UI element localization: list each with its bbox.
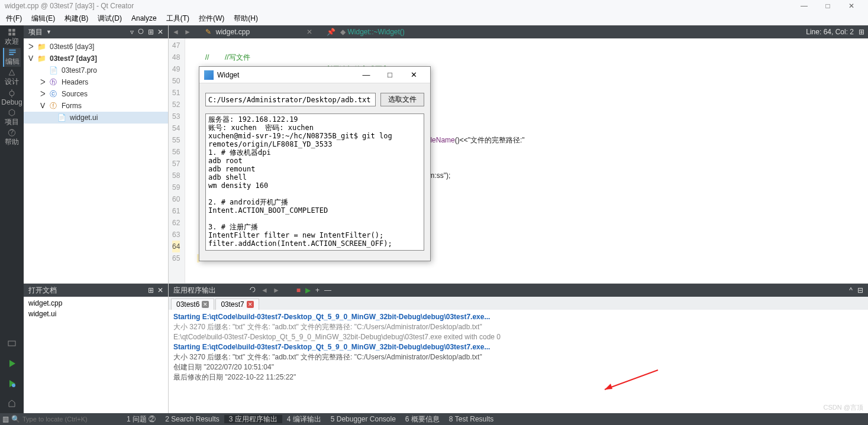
close-pane-icon[interactable]: ✕ bbox=[157, 28, 163, 36]
dialog-title-bar[interactable]: Widget — □ ✕ bbox=[199, 67, 430, 83]
choose-file-button[interactable]: 选取文件 bbox=[380, 93, 424, 106]
stop-icon[interactable]: ■ bbox=[296, 286, 301, 294]
menu-bar: 件(F) 编辑(E) 构建(B) 调试(D) Analyze 工具(T) 控件(… bbox=[0, 12, 868, 25]
rerun-icon[interactable] bbox=[249, 286, 256, 295]
svg-rect-6 bbox=[9, 54, 14, 55]
forms-folder-icon: ⓕ bbox=[49, 101, 58, 111]
mode-debug[interactable]: Debug bbox=[3, 88, 21, 107]
debug-run-button[interactable] bbox=[3, 374, 21, 393]
menu-debug[interactable]: 调试(D) bbox=[94, 12, 125, 25]
split-icon[interactable]: ⊞ bbox=[148, 286, 154, 294]
close-tab-icon[interactable]: ✕ bbox=[306, 28, 312, 36]
status-item[interactable]: 2 Search Results bbox=[160, 415, 224, 423]
menu-build[interactable]: 构建(B) bbox=[61, 12, 92, 25]
window-close-button[interactable]: ✕ bbox=[840, 2, 863, 10]
dialog-minimize-button[interactable]: — bbox=[354, 70, 378, 79]
status-bar: ▥ 🔍 1 问题 ②2 Search Results3 应用程序输出4 编译输出… bbox=[0, 413, 868, 425]
build-button[interactable] bbox=[3, 394, 21, 413]
menu-edit[interactable]: 编辑(E) bbox=[28, 12, 59, 25]
dialog-close-button[interactable]: ✕ bbox=[402, 70, 425, 79]
tree-forms[interactable]: ᐯⓕForms bbox=[24, 100, 168, 112]
open-documents-list[interactable]: widget.cpp widget.ui bbox=[24, 297, 168, 413]
status-item[interactable]: 8 Test Results bbox=[444, 415, 498, 423]
mode-help[interactable]: ?帮助 bbox=[3, 128, 21, 147]
window-maximize-button[interactable]: □ bbox=[816, 2, 840, 10]
output-body[interactable]: Starting E:\qtCode\build-03test7-Desktop… bbox=[169, 310, 868, 413]
output-tabs: 03test6✕ 03test7✕ bbox=[169, 297, 868, 310]
tree-widget-ui[interactable]: 📄widget.ui bbox=[24, 112, 168, 124]
expand-icon[interactable]: ^ bbox=[849, 286, 853, 294]
menu-help[interactable]: 帮助(H) bbox=[230, 12, 262, 25]
file-path-input[interactable] bbox=[205, 93, 376, 106]
editor-tab[interactable]: widget.cpp bbox=[216, 28, 250, 36]
tree-pro-file[interactable]: 📄03test7.pro bbox=[24, 64, 168, 76]
mode-selector: 欢迎 编辑 设计 Debug 项目 ?帮助 bbox=[0, 25, 24, 413]
svg-rect-0 bbox=[8, 29, 11, 32]
locator-input[interactable] bbox=[22, 416, 105, 423]
run-icon[interactable]: ▶ bbox=[305, 286, 311, 294]
status-item[interactable]: 5 Debugger Console bbox=[326, 415, 401, 423]
status-item[interactable]: 1 问题 ② bbox=[122, 415, 160, 423]
widget-dialog[interactable]: Widget — □ ✕ 选取文件 bbox=[199, 66, 431, 261]
svg-rect-12 bbox=[8, 341, 15, 346]
menu-analyze[interactable]: Analyze bbox=[128, 13, 160, 24]
tree-headers[interactable]: ᐳⓗHeaders bbox=[24, 76, 168, 88]
window-minimize-button[interactable]: — bbox=[792, 2, 816, 10]
svg-rect-2 bbox=[8, 33, 11, 35]
svg-rect-4 bbox=[9, 50, 15, 51]
project-pane-title: 项目 bbox=[28, 27, 43, 37]
mode-edit[interactable]: 编辑 bbox=[3, 48, 21, 67]
close-pane-icon[interactable]: ✕ bbox=[157, 286, 163, 294]
watermark: CSDN @言顶 bbox=[824, 403, 863, 412]
menu-tools[interactable]: 工具(T) bbox=[163, 12, 193, 25]
menu-widgets[interactable]: 控件(W) bbox=[195, 12, 228, 25]
output-tab-03test6[interactable]: 03test6✕ bbox=[171, 299, 214, 310]
h-folder-icon: ⓗ bbox=[49, 77, 58, 87]
remove-icon[interactable]: — bbox=[324, 286, 331, 294]
close-icon[interactable]: ✕ bbox=[202, 301, 209, 308]
collapse-icon[interactable]: ⊟ bbox=[857, 286, 863, 294]
mode-welcome[interactable]: 欢迎 bbox=[3, 28, 21, 47]
file-content-textarea[interactable] bbox=[205, 113, 424, 251]
window-title: widget.cpp @ 03test7 [day3] - Qt Creator bbox=[5, 2, 134, 10]
open-doc-item[interactable]: widget.ui bbox=[26, 309, 166, 319]
split-icon[interactable]: ⊞ bbox=[148, 28, 154, 36]
project-tree[interactable]: ᐳ📁03test6 [day3] ᐯ📁03test7 [day3] 📄03tes… bbox=[24, 38, 168, 283]
open-doc-item[interactable]: widget.cpp bbox=[26, 298, 166, 309]
svg-rect-1 bbox=[12, 29, 15, 32]
edit-icon[interactable]: ✎ bbox=[205, 28, 211, 36]
window-title-bar: widget.cpp @ 03test7 [day3] - Qt Creator… bbox=[0, 0, 868, 12]
output-tab-03test7[interactable]: 03test7✕ bbox=[215, 299, 259, 310]
dialog-maximize-button[interactable]: □ bbox=[378, 70, 402, 79]
status-item[interactable]: 6 概要信息 bbox=[401, 415, 444, 423]
nav-fwd-icon[interactable]: ► bbox=[184, 28, 191, 36]
mode-projects[interactable]: 项目 bbox=[3, 108, 21, 127]
svg-rect-5 bbox=[9, 52, 15, 53]
cpp-folder-icon: ⓒ bbox=[49, 89, 58, 99]
sync-icon[interactable] bbox=[137, 28, 144, 37]
status-item[interactable]: 4 编译输出 bbox=[282, 415, 326, 423]
mode-design[interactable]: 设计 bbox=[3, 68, 21, 87]
side-panel-icon[interactable]: ▥ bbox=[2, 415, 9, 423]
tree-project-03test6[interactable]: ᐳ📁03test6 [day3] bbox=[24, 41, 168, 53]
search-icon: 🔍 bbox=[11, 415, 20, 423]
run-button[interactable] bbox=[3, 354, 21, 373]
close-icon[interactable]: ✕ bbox=[247, 301, 254, 308]
svg-point-7 bbox=[9, 91, 14, 96]
split-editor-icon[interactable]: ⊞ bbox=[859, 28, 864, 36]
pin-icon[interactable]: 📌 bbox=[327, 28, 335, 36]
add-icon[interactable]: + bbox=[315, 286, 320, 294]
breadcrumb[interactable]: ◆ Widget::~Widget() bbox=[340, 28, 405, 36]
output-pane-header: 应用程序输出 ◄ ► ■ ▶ + — ^ ⊟ bbox=[169, 284, 868, 297]
line-number-gutter: 47484950515253545556575859606162636465 bbox=[169, 38, 185, 283]
menu-file[interactable]: 件(F) bbox=[2, 12, 25, 25]
kit-selector[interactable] bbox=[3, 334, 21, 353]
tree-sources[interactable]: ᐳⓒSources bbox=[24, 88, 168, 100]
nav-back-icon[interactable]: ◄ bbox=[172, 28, 179, 36]
status-item[interactable]: 3 应用程序输出 bbox=[224, 415, 282, 423]
prev-icon[interactable]: ◄ bbox=[261, 286, 268, 294]
next-icon[interactable]: ► bbox=[273, 286, 280, 294]
filter-icon[interactable]: ▿ bbox=[130, 28, 134, 36]
tree-project-03test7[interactable]: ᐯ📁03test7 [day3] bbox=[24, 53, 168, 64]
dialog-title: Widget bbox=[217, 71, 239, 79]
